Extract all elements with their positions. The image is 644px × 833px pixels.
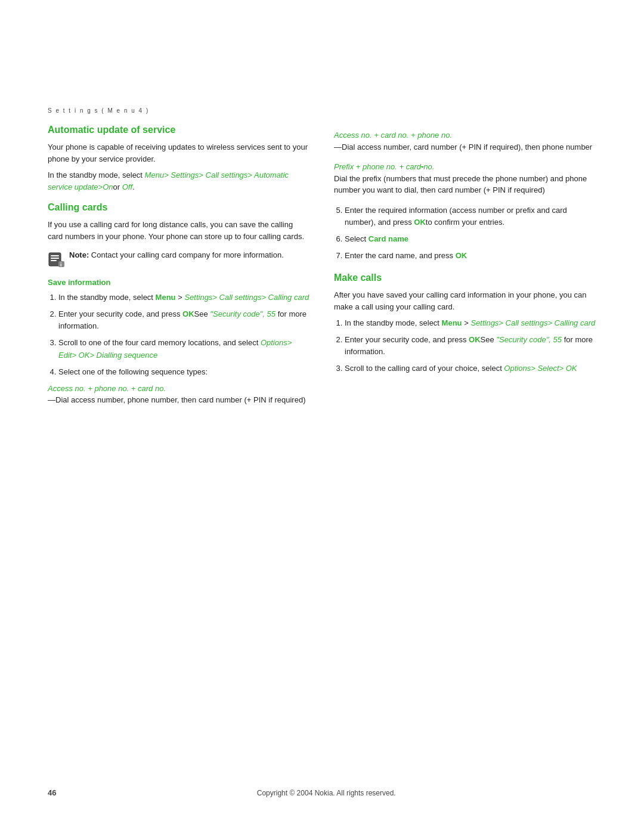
mc-step1-prefix: In the standby mode, select — [345, 318, 442, 327]
step-5: Enter the required information (access n… — [345, 205, 596, 228]
step1-settings: Settings> — [184, 293, 217, 302]
step7-ok: OK — [456, 251, 467, 260]
step3-options: Options> — [261, 338, 292, 347]
section-title-make-calls: Make calls — [334, 272, 596, 283]
step1-prefix: In the standby mode, select — [58, 293, 156, 302]
sequence-3-desc: Dial the prefix (numbers that must prece… — [334, 173, 596, 196]
svg-rect-4 — [51, 260, 57, 261]
step3-dialling: Dialling sequence — [94, 351, 157, 360]
footer: 46 Copyright © 2004 Nokia. All rights re… — [48, 788, 596, 797]
section-calling-cards: Calling cards If you use a calling card … — [48, 202, 310, 267]
svg-rect-3 — [51, 258, 59, 259]
mc-step2-see: See — [481, 335, 497, 344]
step-6: Select Card name — [345, 233, 596, 245]
section-make-calls: Make calls After you have saved your cal… — [334, 272, 596, 375]
mc-step1-calling-card: Calling card — [552, 318, 595, 327]
mc-step3-text: Scroll to the calling card of your choic… — [345, 364, 504, 373]
mc-step1-arrow1: > — [462, 318, 471, 327]
step1-arrow1: > — [176, 293, 185, 302]
step3-ok: OK> — [76, 351, 94, 360]
para2-prefix: In the standby mode, select — [48, 171, 145, 179]
step1-menu: Menu — [156, 293, 176, 302]
subsection-title-save-information: Save information — [48, 278, 310, 287]
step5-suffix: to confirm your entries. — [426, 218, 504, 227]
para2-onoff: On — [103, 182, 113, 191]
svg-text:i: i — [60, 262, 62, 267]
note-text: Note: Contact your calling card company … — [69, 249, 284, 261]
sequence-1: Access no. + phone no. + card no. —Dial … — [48, 383, 310, 406]
mc-step2-security-link: "Security code", 55 — [496, 335, 562, 344]
step-7: Enter the card name, and press OK — [345, 250, 596, 262]
make-calls-steps: In the standby mode, select Menu > Setti… — [334, 317, 596, 375]
mc-step2-ok: OK — [469, 335, 481, 344]
para2-period: . — [132, 182, 135, 191]
note-box: i Note: Contact your calling card compan… — [48, 249, 310, 267]
para2-settings: Settings> — [169, 171, 203, 179]
save-information-steps: In the standby mode, select Menu > Setti… — [48, 292, 310, 378]
step-1: In the standby mode, select Menu > Setti… — [58, 292, 310, 304]
step4-text: Select one of the following sequence typ… — [58, 367, 208, 376]
section-title-calling-cards: Calling cards — [48, 202, 310, 213]
mc-step3-options: Options> — [504, 364, 535, 373]
calling-cards-para1: If you use a calling card for long dista… — [48, 219, 310, 242]
right-column: Access no. + card no. + phone no. —Dial … — [334, 125, 596, 380]
mc-step1-menu: Menu — [442, 318, 462, 327]
step7-text: Enter the card name, and press — [345, 251, 456, 260]
step2-prefix: Enter your security code, and press — [58, 309, 182, 318]
step1-calling-card: Calling card — [266, 293, 309, 302]
step3-text: Scroll to one of the four card memory lo… — [58, 338, 261, 347]
make-calls-step-1: In the standby mode, select Menu > Setti… — [345, 317, 596, 329]
sequence-3-title-prefix: Prefix + phone no. + card — [334, 162, 421, 171]
sequence-2: Access no. + card no. + phone no. —Dial … — [334, 129, 596, 153]
mc-step1-settings: Settings> — [470, 318, 503, 327]
svg-rect-2 — [51, 255, 59, 256]
page: S e t t i n g s ( M e n u 4 ) Automatic … — [0, 0, 644, 833]
make-calls-step-3: Scroll to the calling card of your choic… — [345, 363, 596, 374]
step2-see: See — [194, 309, 210, 318]
step6-prefix: Select — [345, 234, 369, 243]
left-column: Automatic update of service Your phone i… — [48, 125, 310, 411]
step6-card-name: Card name — [369, 234, 408, 243]
note-icon: i — [48, 250, 64, 267]
para2-or: or — [113, 182, 122, 191]
automatic-update-para1: Your phone is capable of receiving updat… — [48, 141, 310, 165]
para2-call: Call settings> — [203, 171, 252, 179]
section-automatic-update: Automatic update of service Your phone i… — [48, 125, 310, 193]
note-bold: Note: — [69, 250, 89, 259]
note-body: Contact your calling card company for mo… — [89, 250, 284, 259]
sequence-3: Prefix + phone no. + card-no. Dial the p… — [334, 161, 596, 196]
para2-off: Off — [122, 182, 132, 191]
mc-step3-select: Select> — [535, 364, 564, 373]
sequence-3-title: Prefix + phone no. + card-no. — [334, 161, 596, 173]
sequence-1-title: Access no. + phone no. + card no. — [48, 383, 310, 395]
sequence-2-desc: —Dial access number, card number (+ PIN … — [334, 141, 596, 153]
step2-ok: OK — [182, 309, 194, 318]
sequence-2-title: Access no. + card no. + phone no. — [334, 129, 596, 141]
mc-step1-arrow2: Call settings> — [503, 318, 552, 327]
mc-step2-prefix: Enter your security code, and press — [345, 335, 469, 344]
step1-arrow2: Call settings> — [217, 293, 266, 302]
section-save-information: Save information In the standby mode, se… — [48, 278, 310, 406]
footer-page-number: 46 — [48, 788, 56, 797]
para2-menu: Menu> — [145, 171, 169, 179]
step-2: Enter your security code, and press OKSe… — [58, 308, 310, 332]
section-title-automatic-update: Automatic update of service — [48, 125, 310, 135]
sequence-1-desc: —Dial access number, phone number, then … — [48, 394, 310, 406]
step-4: Select one of the following sequence typ… — [58, 366, 310, 378]
step5-ok: OK — [414, 218, 426, 227]
step2-security-link: "Security code", 55 — [210, 309, 275, 318]
sequence-3-title-suffix: no. — [423, 162, 434, 171]
step3-edit: Edit> — [58, 351, 76, 360]
footer-copyright: Copyright © 2004 Nokia. All rights reser… — [56, 789, 596, 797]
make-calls-step-2: Enter your security code, and press OKSe… — [345, 334, 596, 358]
step-3: Scroll to one of the four card memory lo… — [58, 337, 310, 361]
mc-step3-ok: OK — [564, 364, 577, 373]
page-header: S e t t i n g s ( M e n u 4 ) — [48, 107, 596, 114]
make-calls-para: After you have saved your calling card i… — [334, 289, 596, 312]
automatic-update-para2: In the standby mode, select Menu> Settin… — [48, 169, 310, 193]
steps-continued: Enter the required information (access n… — [334, 205, 596, 262]
